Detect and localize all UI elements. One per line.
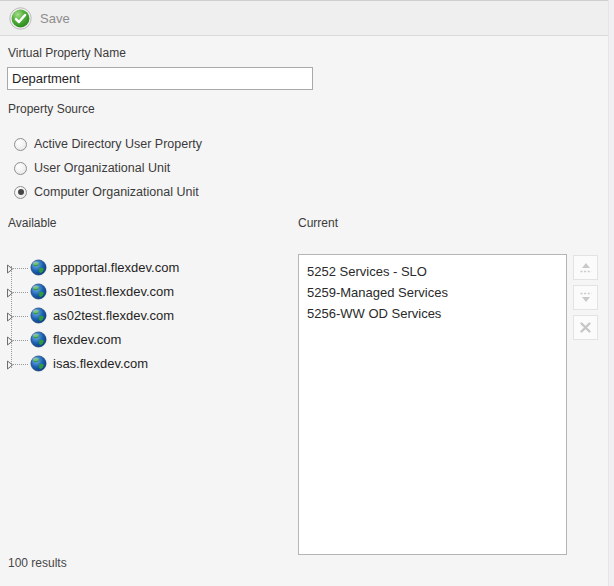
virtual-property-name-label: Virtual Property Name — [8, 46, 126, 60]
tree-item-label[interactable]: as02test.flexdev.com — [53, 308, 174, 323]
save-button[interactable]: Save — [9, 7, 70, 30]
current-list-item[interactable]: 5256-WW OD Services — [299, 303, 566, 324]
scrollbar-gutter — [608, 0, 614, 586]
globe-domain-icon — [30, 331, 47, 351]
results-count: 100 results — [8, 556, 67, 570]
radio-icon[interactable] — [14, 162, 27, 175]
radio-user-organizational-unit[interactable]: User Organizational Unit — [14, 156, 202, 180]
move-down-button[interactable] — [573, 285, 598, 310]
current-list-item[interactable]: 5252 Services - SLO — [299, 261, 566, 282]
chevron-right-collapsed-icon[interactable] — [6, 287, 14, 301]
available-tree: appportal.flexdev.com as01test.flexdev.c… — [0, 256, 290, 380]
radio-label: User Organizational Unit — [34, 161, 170, 175]
globe-domain-icon — [30, 259, 47, 279]
property-source-label: Property Source — [8, 102, 95, 116]
current-list[interactable]: 5252 Services - SLO 5259-Managed Service… — [298, 254, 567, 555]
virtual-property-name-input[interactable] — [7, 67, 313, 90]
radio-icon[interactable] — [14, 138, 27, 151]
chevron-right-collapsed-icon[interactable] — [6, 263, 14, 277]
tree-row-domain[interactable]: flexdev.com — [0, 328, 290, 352]
available-section-label: Available — [8, 216, 56, 230]
tree-connector-line — [13, 340, 28, 341]
tree-row-domain[interactable]: appportal.flexdev.com — [0, 256, 290, 280]
globe-domain-icon — [30, 283, 47, 303]
chevron-right-collapsed-icon[interactable] — [6, 359, 14, 373]
tree-row-domain[interactable]: as02test.flexdev.com — [0, 304, 290, 328]
tree-item-label[interactable]: as01test.flexdev.com — [53, 284, 174, 299]
radio-icon-selected[interactable] — [14, 186, 27, 199]
check-circle-icon — [9, 7, 32, 30]
move-up-icon — [578, 261, 594, 274]
move-down-icon — [578, 291, 594, 304]
tree-connector-line — [13, 292, 28, 293]
chevron-right-collapsed-icon[interactable] — [6, 335, 14, 349]
radio-active-directory-user-property[interactable]: Active Directory User Property — [14, 132, 202, 156]
globe-domain-icon — [30, 355, 47, 375]
remove-button[interactable] — [573, 315, 598, 340]
remove-x-icon — [579, 321, 592, 334]
tree-item-label[interactable]: isas.flexdev.com — [53, 356, 148, 371]
tree-connector-line — [13, 316, 28, 317]
save-button-label: Save — [40, 11, 70, 26]
property-source-radio-group: Active Directory User Property User Orga… — [14, 132, 202, 204]
tree-item-label[interactable]: flexdev.com — [53, 332, 121, 347]
toolbar: Save — [0, 0, 614, 36]
radio-label: Active Directory User Property — [34, 137, 202, 151]
tree-connector-line — [13, 364, 28, 365]
move-up-button[interactable] — [573, 255, 598, 280]
chevron-right-collapsed-icon[interactable] — [6, 311, 14, 325]
tree-row-domain[interactable]: as01test.flexdev.com — [0, 280, 290, 304]
globe-domain-icon — [30, 307, 47, 327]
tree-row-domain[interactable]: isas.flexdev.com — [0, 352, 290, 376]
radio-computer-organizational-unit[interactable]: Computer Organizational Unit — [14, 180, 202, 204]
current-section-label: Current — [298, 216, 338, 230]
radio-label: Computer Organizational Unit — [34, 185, 199, 199]
tree-connector-line — [13, 268, 28, 269]
current-list-item[interactable]: 5259-Managed Services — [299, 282, 566, 303]
tree-item-label[interactable]: appportal.flexdev.com — [53, 260, 179, 275]
